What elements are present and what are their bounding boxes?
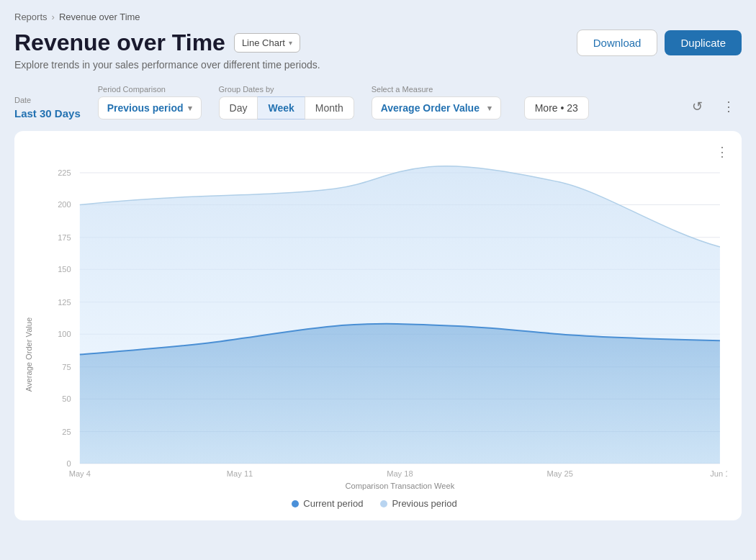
page-title: Revenue over Time	[14, 30, 225, 56]
header-actions: Download Duplicate	[577, 30, 742, 56]
page-title-area: Revenue over Time Line Chart ▾	[14, 30, 300, 56]
measure-filter-dropdown[interactable]: Average Order Value ▾	[372, 96, 501, 119]
svg-text:75: 75	[62, 363, 71, 371]
group-dates-buttons: Day Week Month	[219, 96, 354, 119]
chart-type-chevron-icon: ▾	[289, 39, 292, 47]
legend-current-label: Current period	[303, 498, 363, 509]
filters-row: Date Last 30 Days Period Comparison Prev…	[14, 85, 742, 119]
chart-card: ⋮ Average Order Value 0 25 50 75 100 125	[14, 131, 742, 520]
duplicate-button[interactable]: Duplicate	[665, 30, 742, 55]
legend-previous-dot	[380, 500, 387, 507]
page-subtitle: Explore trends in your sales performance…	[14, 59, 742, 71]
period-filter-label: Period Comparison	[98, 85, 202, 94]
legend-current-dot	[292, 500, 299, 507]
svg-text:25: 25	[62, 428, 71, 436]
chart-legend: Current period Previous period	[22, 498, 727, 509]
more-measures-button[interactable]: More • 23	[524, 96, 589, 119]
legend-previous: Previous period	[380, 498, 456, 509]
svg-text:May 11: May 11	[227, 469, 253, 478]
filter-actions: ↺ ⋮	[684, 94, 742, 119]
breadcrumb-current: Revenue over Time	[59, 12, 140, 22]
svg-text:175: 175	[58, 233, 71, 242]
period-filter-dropdown[interactable]: Previous period ▾	[98, 96, 202, 119]
measure-filter-group: Select a Measure Average Order Value ▾	[372, 85, 501, 119]
group-day-button[interactable]: Day	[219, 96, 258, 119]
svg-text:May 25: May 25	[546, 469, 572, 478]
date-filter-value[interactable]: Last 30 Days	[14, 107, 81, 119]
download-button[interactable]: Download	[577, 30, 658, 56]
period-filter-group: Period Comparison Previous period ▾	[98, 85, 202, 119]
svg-text:May 18: May 18	[387, 469, 413, 478]
group-month-button[interactable]: Month	[305, 96, 354, 119]
refresh-button[interactable]: ↺	[684, 94, 710, 119]
svg-text:50: 50	[62, 394, 71, 403]
refresh-icon: ↺	[692, 99, 703, 114]
svg-text:Comparison Transaction Week: Comparison Transaction Week	[346, 482, 455, 490]
svg-text:May 4: May 4	[69, 469, 91, 478]
y-axis-label: Average Order Value	[24, 317, 33, 392]
svg-text:150: 150	[58, 265, 71, 274]
group-dates-filter-group: Group Dates by Day Week Month	[219, 85, 354, 119]
svg-text:200: 200	[58, 200, 71, 209]
chart-area: Average Order Value 0 25 50 75 100 125 1…	[22, 145, 727, 491]
chart-type-label: Line Chart	[242, 37, 285, 48]
chart-svg: Average Order Value 0 25 50 75 100 125 1…	[22, 145, 727, 491]
period-chevron-icon: ▾	[188, 104, 192, 113]
period-filter-value: Previous period	[107, 102, 184, 114]
svg-text:125: 125	[58, 298, 71, 307]
breadcrumb-parent[interactable]: Reports	[14, 12, 48, 22]
group-week-button[interactable]: Week	[257, 96, 305, 119]
more-options-icon: ⋮	[722, 99, 735, 114]
breadcrumb-separator: ›	[52, 12, 55, 22]
measure-chevron-icon: ▾	[487, 104, 492, 113]
date-filter-label: Date	[14, 96, 81, 104]
legend-previous-label: Previous period	[392, 498, 456, 509]
svg-text:100: 100	[58, 330, 71, 338]
group-dates-label: Group Dates by	[219, 85, 354, 94]
date-filter-group: Date Last 30 Days	[14, 96, 81, 119]
legend-current: Current period	[292, 498, 363, 509]
page-header: Revenue over Time Line Chart ▾ Download …	[14, 30, 742, 56]
measure-filter-value: Average Order Value	[381, 102, 480, 114]
measure-filter-label: Select a Measure	[372, 85, 501, 94]
breadcrumb: Reports › Revenue over Time	[14, 12, 742, 22]
more-options-button[interactable]: ⋮	[716, 94, 742, 119]
svg-text:Jun 1: Jun 1	[710, 469, 727, 478]
svg-text:225: 225	[58, 168, 71, 177]
more-filter-group: More • 23	[518, 85, 589, 119]
svg-text:0: 0	[67, 459, 71, 468]
chart-type-button[interactable]: Line Chart ▾	[234, 33, 300, 53]
